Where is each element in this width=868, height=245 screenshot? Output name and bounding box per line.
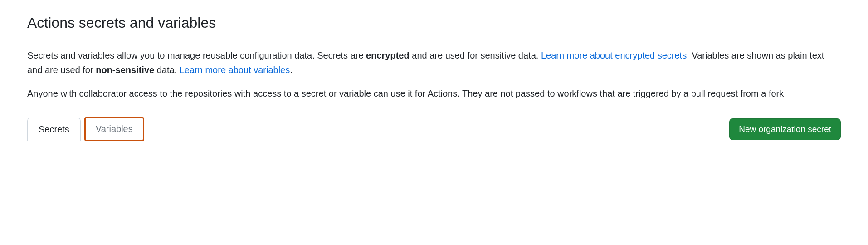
nonsensitive-strong: non-sensitive [96,65,154,75]
tab-secrets[interactable]: Secrets [27,118,81,141]
description-text: data. [154,65,180,75]
description-text: and are used for sensitive data. [410,50,541,60]
description-text: . [290,65,293,75]
page-title: Actions secrets and variables [27,15,841,37]
tab-action-row: Secrets Variables New organization secre… [27,117,841,141]
encrypted-strong: encrypted [366,50,410,60]
description-paragraph-1: Secrets and variables allow you to manag… [27,48,841,77]
description-text: Secrets and variables allow you to manag… [27,50,366,60]
tabs-container: Secrets Variables [27,117,144,141]
description-paragraph-2: Anyone with collaborator access to the r… [27,86,841,101]
learn-more-secrets-link[interactable]: Learn more about encrypted secrets [541,50,687,60]
tab-variables[interactable]: Variables [84,117,144,141]
new-organization-secret-button[interactable]: New organization secret [729,118,841,140]
learn-more-variables-link[interactable]: Learn more about variables [180,65,290,75]
